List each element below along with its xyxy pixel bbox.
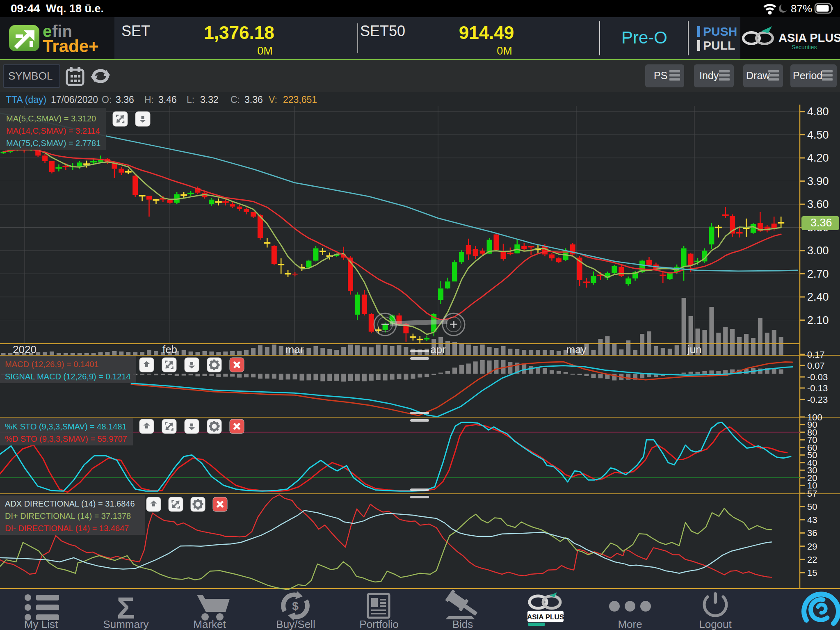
svg-text:$: $: [292, 600, 299, 612]
svg-text:My List: My List: [24, 618, 58, 630]
svg-text:Buy/Sell: Buy/Sell: [276, 618, 315, 630]
svg-text:Market: Market: [193, 618, 226, 630]
svg-text:Logout: Logout: [699, 618, 732, 630]
svg-text:ASIA PLUS: ASIA PLUS: [527, 613, 564, 621]
svg-text:More: More: [618, 618, 642, 630]
svg-text:Summary: Summary: [103, 618, 148, 630]
svg-text:Bids: Bids: [452, 618, 473, 630]
svg-text:Portfolio: Portfolio: [359, 618, 398, 630]
